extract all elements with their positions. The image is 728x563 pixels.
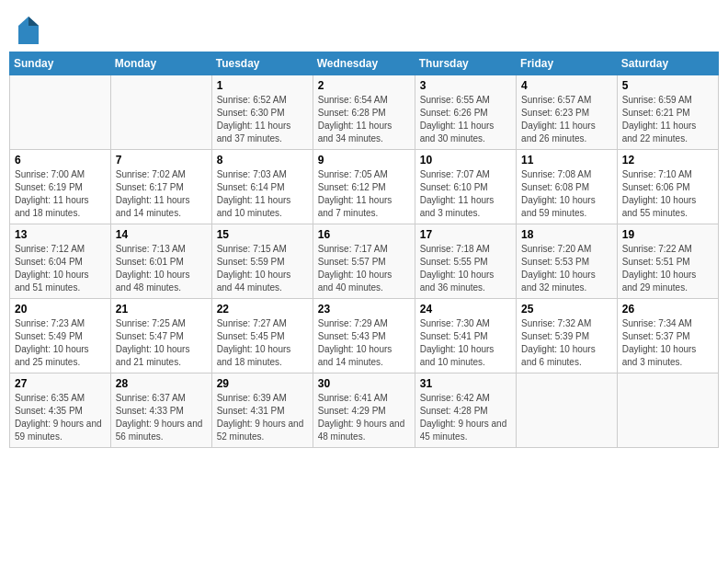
calendar-cell: 22 Sunrise: 7:27 AMSunset: 5:45 PMDaylig… bbox=[211, 299, 313, 373]
day-info: Sunrise: 6:57 AMSunset: 6:23 PMDaylight:… bbox=[521, 95, 596, 144]
header bbox=[9, 9, 719, 46]
day-number: 31 bbox=[420, 377, 511, 390]
day-number: 7 bbox=[116, 154, 207, 167]
calendar-cell: 23 Sunrise: 7:29 AMSunset: 5:43 PMDaylig… bbox=[313, 299, 415, 373]
day-number: 29 bbox=[217, 377, 308, 390]
day-info: Sunrise: 7:30 AMSunset: 5:41 PMDaylight:… bbox=[420, 318, 495, 367]
day-number: 24 bbox=[420, 303, 511, 316]
calendar-cell: 4 Sunrise: 6:57 AMSunset: 6:23 PMDayligh… bbox=[517, 75, 618, 150]
weekday-header-friday: Friday bbox=[517, 52, 618, 75]
day-info: Sunrise: 7:00 AMSunset: 6:19 PMDaylight:… bbox=[15, 169, 89, 218]
calendar-cell: 18 Sunrise: 7:20 AMSunset: 5:53 PMDaylig… bbox=[517, 224, 618, 299]
calendar-cell bbox=[110, 75, 211, 150]
day-info: Sunrise: 7:32 AMSunset: 5:39 PMDaylight:… bbox=[521, 318, 596, 367]
calendar-cell: 16 Sunrise: 7:17 AMSunset: 5:57 PMDaylig… bbox=[313, 224, 415, 299]
day-number: 26 bbox=[622, 303, 713, 316]
calendar-cell: 11 Sunrise: 7:08 AMSunset: 6:08 PMDaylig… bbox=[517, 150, 618, 224]
day-number: 30 bbox=[318, 377, 410, 390]
calendar-cell: 6 Sunrise: 7:00 AMSunset: 6:19 PMDayligh… bbox=[10, 150, 111, 224]
day-info: Sunrise: 6:39 AMSunset: 4:31 PMDaylight:… bbox=[217, 393, 304, 442]
day-number: 16 bbox=[318, 228, 410, 241]
day-info: Sunrise: 7:20 AMSunset: 5:53 PMDaylight:… bbox=[521, 244, 596, 293]
day-number: 19 bbox=[622, 228, 713, 241]
day-info: Sunrise: 7:12 AMSunset: 6:04 PMDaylight:… bbox=[15, 244, 89, 293]
day-number: 23 bbox=[318, 303, 410, 316]
day-info: Sunrise: 7:22 AMSunset: 5:51 PMDaylight:… bbox=[622, 244, 697, 293]
calendar-cell: 12 Sunrise: 7:10 AMSunset: 6:06 PMDaylig… bbox=[617, 150, 718, 224]
day-number: 10 bbox=[420, 154, 511, 167]
calendar-cell: 27 Sunrise: 6:35 AMSunset: 4:35 PMDaylig… bbox=[10, 373, 111, 448]
day-info: Sunrise: 6:37 AMSunset: 4:33 PMDaylight:… bbox=[116, 393, 203, 442]
day-info: Sunrise: 7:18 AMSunset: 5:55 PMDaylight:… bbox=[420, 244, 495, 293]
calendar-cell: 14 Sunrise: 7:13 AMSunset: 6:01 PMDaylig… bbox=[110, 224, 211, 299]
day-number: 3 bbox=[420, 79, 511, 92]
day-number: 28 bbox=[116, 377, 207, 390]
day-info: Sunrise: 6:35 AMSunset: 4:35 PMDaylight:… bbox=[15, 393, 102, 442]
calendar-cell: 19 Sunrise: 7:22 AMSunset: 5:51 PMDaylig… bbox=[617, 224, 718, 299]
day-number: 13 bbox=[15, 228, 106, 241]
svg-marker-1 bbox=[28, 17, 39, 26]
calendar-cell: 17 Sunrise: 7:18 AMSunset: 5:55 PMDaylig… bbox=[415, 224, 516, 299]
calendar-cell: 13 Sunrise: 7:12 AMSunset: 6:04 PMDaylig… bbox=[10, 224, 111, 299]
day-number: 17 bbox=[420, 228, 511, 241]
calendar-cell: 24 Sunrise: 7:30 AMSunset: 5:41 PMDaylig… bbox=[415, 299, 516, 373]
calendar-cell: 7 Sunrise: 7:02 AMSunset: 6:17 PMDayligh… bbox=[110, 150, 211, 224]
weekday-header-monday: Monday bbox=[110, 52, 211, 75]
day-info: Sunrise: 7:07 AMSunset: 6:10 PMDaylight:… bbox=[420, 169, 495, 218]
day-info: Sunrise: 7:02 AMSunset: 6:17 PMDaylight:… bbox=[116, 169, 190, 218]
day-info: Sunrise: 7:15 AMSunset: 5:59 PMDaylight:… bbox=[217, 244, 291, 293]
calendar-cell: 3 Sunrise: 6:55 AMSunset: 6:26 PMDayligh… bbox=[415, 75, 516, 150]
calendar-cell: 21 Sunrise: 7:25 AMSunset: 5:47 PMDaylig… bbox=[110, 299, 211, 373]
day-number: 14 bbox=[116, 228, 207, 241]
calendar-cell: 15 Sunrise: 7:15 AMSunset: 5:59 PMDaylig… bbox=[211, 224, 313, 299]
calendar-cell: 8 Sunrise: 7:03 AMSunset: 6:14 PMDayligh… bbox=[211, 150, 313, 224]
day-info: Sunrise: 7:13 AMSunset: 6:01 PMDaylight:… bbox=[116, 244, 190, 293]
calendar-cell: 25 Sunrise: 7:32 AMSunset: 5:39 PMDaylig… bbox=[517, 299, 618, 373]
calendar-cell: 26 Sunrise: 7:34 AMSunset: 5:37 PMDaylig… bbox=[617, 299, 718, 373]
day-info: Sunrise: 7:34 AMSunset: 5:37 PMDaylight:… bbox=[622, 318, 697, 367]
day-number: 9 bbox=[318, 154, 410, 167]
calendar-table: SundayMondayTuesdayWednesdayThursdayFrid… bbox=[9, 52, 719, 448]
weekday-header-wednesday: Wednesday bbox=[313, 52, 415, 75]
day-info: Sunrise: 6:52 AMSunset: 6:30 PMDaylight:… bbox=[217, 95, 291, 144]
calendar-cell: 28 Sunrise: 6:37 AMSunset: 4:33 PMDaylig… bbox=[110, 373, 211, 448]
calendar-cell bbox=[517, 373, 618, 448]
calendar-cell: 29 Sunrise: 6:39 AMSunset: 4:31 PMDaylig… bbox=[211, 373, 313, 448]
calendar-cell: 20 Sunrise: 7:23 AMSunset: 5:49 PMDaylig… bbox=[10, 299, 111, 373]
day-info: Sunrise: 7:05 AMSunset: 6:12 PMDaylight:… bbox=[318, 169, 392, 218]
day-info: Sunrise: 7:17 AMSunset: 5:57 PMDaylight:… bbox=[318, 244, 392, 293]
day-info: Sunrise: 7:29 AMSunset: 5:43 PMDaylight:… bbox=[318, 318, 392, 367]
day-info: Sunrise: 7:25 AMSunset: 5:47 PMDaylight:… bbox=[116, 318, 190, 367]
calendar-cell: 31 Sunrise: 6:42 AMSunset: 4:28 PMDaylig… bbox=[415, 373, 516, 448]
day-info: Sunrise: 7:23 AMSunset: 5:49 PMDaylight:… bbox=[15, 318, 89, 367]
logo-icon bbox=[18, 17, 37, 42]
day-number: 15 bbox=[217, 228, 308, 241]
calendar-cell: 1 Sunrise: 6:52 AMSunset: 6:30 PMDayligh… bbox=[211, 75, 313, 150]
weekday-header-saturday: Saturday bbox=[617, 52, 718, 75]
day-info: Sunrise: 6:41 AMSunset: 4:29 PMDaylight:… bbox=[318, 393, 405, 442]
calendar-cell bbox=[617, 373, 718, 448]
day-info: Sunrise: 6:55 AMSunset: 6:26 PMDaylight:… bbox=[420, 95, 495, 144]
day-info: Sunrise: 6:54 AMSunset: 6:28 PMDaylight:… bbox=[318, 95, 392, 144]
day-number: 11 bbox=[521, 154, 612, 167]
day-number: 25 bbox=[521, 303, 612, 316]
calendar-cell: 2 Sunrise: 6:54 AMSunset: 6:28 PMDayligh… bbox=[313, 75, 415, 150]
weekday-header-thursday: Thursday bbox=[415, 52, 516, 75]
day-number: 18 bbox=[521, 228, 612, 241]
day-number: 12 bbox=[622, 154, 713, 167]
day-number: 22 bbox=[217, 303, 308, 316]
calendar-cell: 10 Sunrise: 7:07 AMSunset: 6:10 PMDaylig… bbox=[415, 150, 516, 224]
day-number: 20 bbox=[15, 303, 106, 316]
day-number: 6 bbox=[15, 154, 106, 167]
day-info: Sunrise: 6:42 AMSunset: 4:28 PMDaylight:… bbox=[420, 393, 507, 442]
calendar-cell: 9 Sunrise: 7:05 AMSunset: 6:12 PMDayligh… bbox=[313, 150, 415, 224]
day-info: Sunrise: 7:08 AMSunset: 6:08 PMDaylight:… bbox=[521, 169, 596, 218]
day-number: 5 bbox=[622, 79, 713, 92]
day-info: Sunrise: 7:10 AMSunset: 6:06 PMDaylight:… bbox=[622, 169, 697, 218]
day-number: 4 bbox=[521, 79, 612, 92]
day-number: 1 bbox=[217, 79, 308, 92]
day-info: Sunrise: 7:03 AMSunset: 6:14 PMDaylight:… bbox=[217, 169, 291, 218]
day-info: Sunrise: 7:27 AMSunset: 5:45 PMDaylight:… bbox=[217, 318, 291, 367]
calendar-cell: 30 Sunrise: 6:41 AMSunset: 4:29 PMDaylig… bbox=[313, 373, 415, 448]
day-number: 21 bbox=[116, 303, 207, 316]
